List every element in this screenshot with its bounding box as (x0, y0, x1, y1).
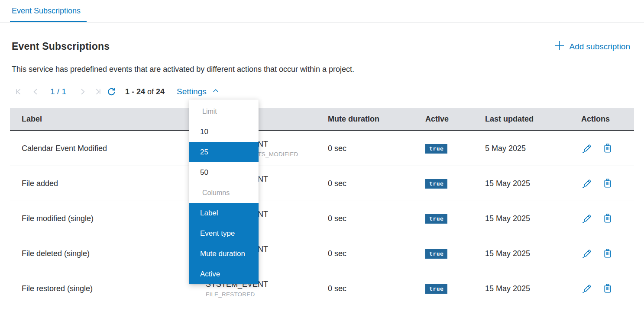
settings-label: Settings (177, 87, 207, 96)
cell-mute-duration: 0 sec (328, 144, 425, 153)
edit-button[interactable] (581, 283, 592, 294)
column-header-actions: Actions (581, 115, 634, 124)
cell-actions (581, 248, 634, 259)
delete-button[interactable] (602, 143, 613, 154)
table-row: Calendar Event Modified SYSTEM_EVENT CAL… (10, 131, 634, 166)
settings-dropdown-menu: Limit 10 25 50 Columns Label Event type … (189, 99, 259, 284)
page-indicator: 1 / 1 (50, 87, 66, 96)
column-option-label[interactable]: Label (189, 203, 259, 223)
cell-last-updated: 15 May 2025 (485, 249, 581, 258)
cell-actions (581, 213, 634, 224)
column-header-last-updated: Last updated (485, 115, 581, 124)
column-header-mute-duration: Mute duration (328, 115, 425, 124)
limit-option-10[interactable]: 10 (189, 122, 259, 142)
cell-mute-duration: 0 sec (328, 179, 425, 188)
cell-actions (581, 143, 634, 154)
cell-active: true (425, 144, 485, 154)
status-badge: true (425, 284, 447, 294)
page-title: Event Subscriptions (12, 41, 110, 52)
cell-last-updated: 15 May 2025 (485, 179, 581, 188)
first-page-button[interactable] (13, 87, 23, 97)
cell-active: true (425, 179, 485, 189)
page-header: Event Subscriptions Add subscription (12, 40, 630, 53)
table-row: File deleted (single) SYSTEM_EVENT FILE_… (10, 236, 634, 271)
next-page-button[interactable] (78, 87, 88, 97)
menu-section-columns: Columns (189, 183, 259, 203)
table-row: File modified (single) SYSTEM_EVENT FILE… (10, 201, 634, 236)
previous-page-button[interactable] (30, 87, 41, 97)
last-page-button[interactable] (93, 87, 104, 97)
cell-mute-duration: 0 sec (328, 214, 425, 223)
delete-button[interactable] (602, 283, 613, 294)
cell-label: File modified (single) (10, 214, 206, 223)
total-count: 24 (156, 87, 165, 96)
delete-button[interactable] (602, 248, 613, 259)
cell-last-updated: 15 May 2025 (485, 214, 581, 223)
edit-button[interactable] (581, 213, 592, 224)
delete-button[interactable] (602, 213, 613, 224)
column-option-mute-duration[interactable]: Mute duration (189, 244, 259, 264)
settings-button[interactable]: Settings (177, 87, 220, 97)
cell-mute-duration: 0 sec (328, 284, 425, 293)
cell-mute-duration: 0 sec (328, 249, 425, 258)
cell-active: true (425, 249, 485, 259)
column-option-active[interactable]: Active (189, 264, 259, 284)
page: Event Subscriptions Event Subscriptions … (0, 0, 644, 311)
table-row: File added SYSTEM_EVENT FILE_ADDED 0 sec… (10, 166, 634, 201)
pagination-toolbar: 1 / 1 1 - 24 of 24 Settings (13, 87, 632, 97)
cell-actions (581, 283, 634, 294)
edit-button[interactable] (581, 143, 592, 154)
cell-last-updated: 15 May 2025 (485, 284, 581, 293)
cell-actions (581, 178, 634, 189)
of-label: of (147, 87, 154, 96)
range-values: 1 - 24 (125, 87, 145, 96)
menu-section-limit: Limit (189, 101, 259, 122)
cell-label: Calendar Event Modified (10, 144, 206, 153)
cell-last-updated: 5 May 2025 (485, 144, 581, 153)
plus-icon (554, 40, 565, 53)
page-description: This service has predefined events that … (12, 65, 632, 74)
result-range: 1 - 24 of 24 (125, 87, 165, 96)
subscriptions-table: Label Event type Mute duration Active La… (10, 108, 634, 306)
refresh-icon[interactable] (106, 87, 117, 97)
delete-button[interactable] (602, 178, 613, 189)
status-badge: true (425, 179, 447, 189)
column-option-event-type[interactable]: Event type (189, 223, 259, 244)
tab-event-subscriptions[interactable]: Event Subscriptions (10, 6, 87, 22)
add-subscription-label: Add subscription (570, 42, 630, 51)
event-name-value: FILE_RESTORED (206, 291, 328, 298)
cell-label: File deleted (single) (10, 249, 206, 258)
table-header-row: Label Event type Mute duration Active La… (10, 108, 634, 131)
status-badge: true (425, 144, 447, 154)
limit-option-50[interactable]: 50 (189, 162, 259, 183)
status-badge: true (425, 249, 447, 259)
cell-active: true (425, 214, 485, 224)
cell-label: File added (10, 179, 206, 188)
edit-button[interactable] (581, 248, 592, 259)
selected-columns-group: Label Event type Mute duration Active (189, 203, 259, 284)
status-badge: true (425, 214, 447, 224)
edit-button[interactable] (581, 178, 592, 189)
table-row: File restored (single) SYSTEM_EVENT FILE… (10, 271, 634, 306)
column-header-active: Active (425, 115, 485, 124)
cell-active: true (425, 284, 485, 294)
chevron-up-icon (212, 87, 220, 97)
cell-label: File restored (single) (10, 284, 206, 293)
column-header-label: Label (10, 115, 206, 124)
tab-bar: Event Subscriptions (0, 0, 644, 22)
add-subscription-button[interactable]: Add subscription (554, 40, 630, 53)
limit-option-25[interactable]: 25 (189, 142, 259, 162)
